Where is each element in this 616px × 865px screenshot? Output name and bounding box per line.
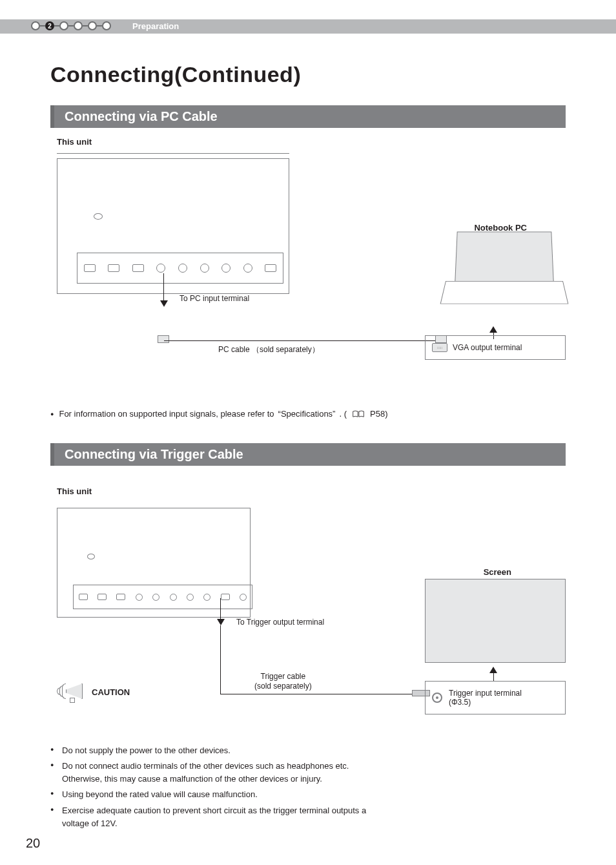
step-dot-3 — [59, 21, 68, 30]
unit-outline-line — [57, 153, 289, 154]
caution-bullet-4: Exercise adequate caution to prevent sho… — [50, 804, 386, 830]
projector-unit-sketch — [57, 508, 251, 618]
step-dot-6 — [102, 21, 111, 30]
trigger-input-text: Trigger input terminal (Φ3.5) — [449, 689, 522, 707]
rear-panel-ports — [73, 585, 252, 609]
section1-unit-label: This unit — [57, 137, 566, 147]
callout-line — [220, 598, 221, 620]
page: 2 Preparation Connecting(Continued) Conn… — [0, 0, 616, 865]
section1-diagram: To PC input terminal PC cable （sold sepa… — [50, 147, 566, 405]
caution-callout: CAUTION — [57, 680, 130, 704]
lens-icon — [87, 554, 95, 559]
caution-label: CAUTION — [92, 687, 130, 697]
footnote-page-ref: P58) — [370, 409, 387, 419]
content-area: Connecting(Continued) Connecting via PC … — [0, 62, 616, 830]
step-dot-1 — [31, 21, 40, 30]
rs232c-port-icon — [265, 264, 276, 272]
component-cr-port-icon — [170, 594, 177, 601]
callout-line — [493, 673, 494, 681]
section1-heading: Connecting via PC Cable — [50, 105, 566, 128]
pc-port-icon — [116, 594, 125, 600]
megaphone-icon — [57, 680, 85, 704]
to-trigger-output-label: To Trigger output terminal — [236, 618, 324, 627]
trigger-input-box: Trigger input terminal (Φ3.5) — [425, 681, 566, 714]
trigger-input-label: Trigger input terminal — [449, 689, 522, 698]
screen-label: Screen — [484, 567, 511, 577]
caution-bullet-3: Using beyond the rated value will cause … — [50, 788, 386, 801]
sound-waves-icon — [57, 683, 66, 699]
arrow-up-icon — [489, 326, 497, 333]
footnote-quote: “Specifications” — [278, 409, 336, 419]
step-dot-5 — [88, 21, 97, 30]
component-y-port-icon — [156, 264, 165, 273]
trigger-cable-label-line1: Trigger cable — [254, 672, 312, 682]
trigger-port-icon — [240, 594, 247, 601]
vga-port-icon: ::::: — [432, 343, 447, 352]
section2-heading: Connecting via Trigger Cable — [50, 443, 566, 466]
step-connector — [68, 25, 74, 26]
jack-icon — [432, 693, 442, 703]
header-section-label: Preparation — [132, 21, 179, 31]
footnote-text-post: . ( — [339, 409, 347, 419]
hdmi2-port-icon — [98, 594, 107, 600]
projector-unit-sketch — [57, 158, 289, 294]
step-connector — [54, 25, 59, 26]
arrow-down-icon — [217, 619, 225, 625]
cable-line — [220, 694, 424, 694]
cable-line — [164, 340, 442, 341]
callout-line — [163, 273, 164, 300]
laptop-screen-icon — [455, 231, 554, 282]
header-strip: 2 Preparation — [0, 0, 616, 31]
cable-connector-left-icon — [158, 335, 169, 343]
trigger-cable-label-line2: (sold separately) — [254, 682, 312, 691]
component-cr-port-icon — [200, 264, 209, 273]
laptop-base-icon — [440, 281, 569, 304]
step-dot-4 — [74, 21, 83, 30]
to-pc-input-label: To PC input terminal — [180, 294, 249, 303]
projection-screen-sketch — [425, 579, 566, 663]
component-cb-port-icon — [152, 594, 159, 601]
video-port-icon — [187, 594, 194, 601]
megaphone-handle — [70, 698, 75, 703]
page-title: Connecting(Continued) — [50, 62, 566, 87]
footnote-text-pre: For information on supported input signa… — [59, 409, 274, 419]
svideo-port-icon — [203, 594, 210, 601]
step-connector — [83, 25, 88, 26]
hdmi1-port-icon — [84, 264, 96, 272]
arrow-up-icon — [489, 667, 497, 673]
page-number: 20 — [26, 836, 40, 851]
rs232c-port-icon — [221, 594, 230, 600]
caution-bullet-2: Do not connect audio terminals of the ot… — [50, 760, 386, 786]
book-icon — [352, 410, 365, 418]
pc-port-icon — [132, 264, 144, 272]
trigger-cable-label: Trigger cable (sold separately) — [254, 672, 312, 691]
vga-output-label: VGA output terminal — [453, 343, 522, 352]
pc-cable-label: PC cable （sold separately） — [218, 344, 320, 355]
step-indicator: 2 — [31, 21, 111, 30]
component-y-port-icon — [136, 594, 143, 601]
step-connector — [40, 25, 45, 26]
section1-footnote: For information on supported input signa… — [50, 409, 566, 419]
caution-bullet-list: Do not supply the power to the other dev… — [50, 744, 566, 830]
component-cb-port-icon — [178, 264, 187, 273]
rear-panel-ports — [77, 253, 283, 284]
video-port-icon — [221, 264, 231, 273]
trigger-input-phi: (Φ3.5) — [449, 698, 471, 707]
step-connector — [97, 25, 102, 26]
vga-output-box: ::::: VGA output terminal — [425, 335, 566, 360]
megaphone-cone — [66, 683, 83, 699]
hdmi1-port-icon — [79, 594, 88, 600]
notebook-pc-sketch — [443, 231, 566, 321]
section2-diagram: To Trigger output terminal Trigger cable… — [50, 496, 566, 742]
lens-icon — [94, 213, 103, 220]
svideo-port-icon — [243, 264, 252, 273]
step-dot-2-active: 2 — [45, 21, 54, 30]
section2-unit-label: This unit — [57, 486, 566, 496]
arrow-down-icon — [160, 300, 168, 307]
caution-bullet-1: Do not supply the power to the other dev… — [50, 744, 386, 757]
cable-vertical-line — [220, 625, 221, 694]
page-reference-icon — [352, 410, 365, 418]
hdmi2-port-icon — [108, 264, 119, 272]
